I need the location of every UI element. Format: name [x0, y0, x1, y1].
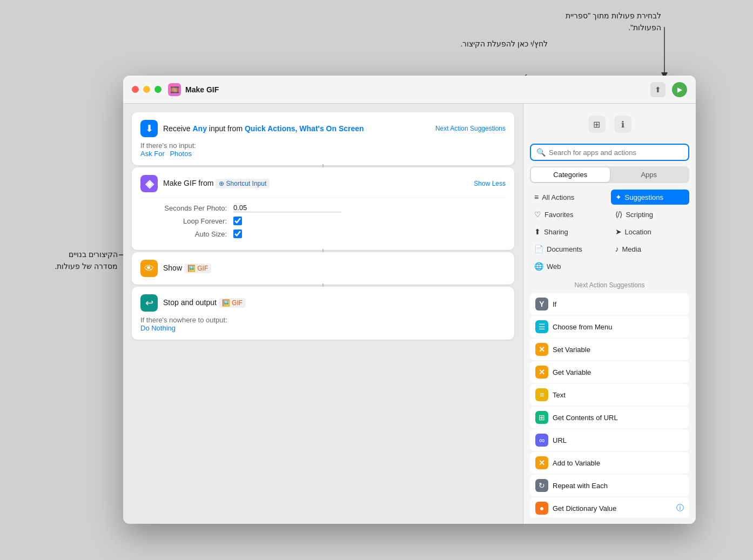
receive-source[interactable]: Quick Actions, What's On Screen — [245, 124, 364, 133]
url-label: URL — [553, 436, 567, 444]
ask-for-link[interactable]: Ask For — [140, 150, 165, 158]
favorites-label: Favorites — [544, 211, 573, 219]
if-label: If — [553, 300, 556, 308]
show-action-card: 👁 Show 🖼️ GIF — [132, 252, 514, 285]
annotation-top-right: לבחירת פעולות מתוך "ספריית הפעולות". — [537, 10, 661, 34]
tab-categories[interactable]: Categories — [531, 167, 610, 182]
search-bar: 🔍 — [530, 144, 689, 161]
add-variable-label: Add to Variable — [553, 459, 600, 467]
location-label: Location — [625, 228, 651, 236]
action-item-choose-menu[interactable]: ☰ Choose from Menu — [530, 316, 689, 338]
choose-menu-label: Choose from Menu — [553, 323, 613, 331]
gif-badge-stop[interactable]: 🖼️ GIF — [219, 298, 246, 308]
web-label: Web — [547, 262, 561, 271]
stop-icon: ↩ — [140, 294, 158, 312]
suggestions-label-cat: Suggestions — [625, 193, 664, 201]
titlebar-actions: ⬆ ▶ — [650, 82, 687, 97]
action-item-add-variable[interactable]: ✕ Add to Variable — [530, 452, 689, 474]
show-more-button[interactable]: Next Action Suggestions — [435, 125, 506, 132]
action-item-set-variable[interactable]: ✕ Set Variable — [530, 339, 689, 360]
traffic-lights — [132, 86, 162, 93]
nowhere-section: If there's nowhere to output: Do Nothing — [140, 316, 506, 332]
category-documents[interactable]: 📄 Documents — [530, 241, 609, 257]
main-window: 🎞️ Make GIF ⬆ ▶ ⬇ Receive Any input from… — [123, 76, 696, 524]
dict-icon: ● — [535, 502, 548, 515]
tab-apps[interactable]: Apps — [610, 167, 689, 182]
get-url-icon: ⊞ — [535, 411, 548, 424]
seconds-label: Seconds Per Photo: — [140, 204, 227, 212]
sharing-label: Sharing — [544, 228, 568, 236]
category-location[interactable]: ➤ Location — [611, 224, 690, 239]
get-variable-icon: ✕ — [535, 366, 548, 379]
loop-label: Loop Forever: — [140, 217, 227, 225]
window-title: Make GIF — [185, 85, 650, 94]
show-less-button[interactable]: Show Less — [474, 180, 506, 187]
autosize-checkbox[interactable] — [233, 230, 242, 238]
category-web[interactable]: 🌐 Web — [530, 259, 609, 274]
do-nothing-link[interactable]: Do Nothing — [140, 324, 176, 332]
media-label: Media — [622, 245, 641, 253]
category-all-actions[interactable]: ≡ All Actions — [530, 190, 609, 205]
category-scripting[interactable]: ⟨/⟩ Scripting — [611, 207, 690, 222]
action-item-text[interactable]: ≡ Text — [530, 384, 689, 406]
shortcut-input-badge[interactable]: ⊕ Shortcut Input — [216, 179, 270, 188]
stop-title: Stop and output 🖼️ GIF — [163, 298, 506, 308]
search-input[interactable] — [549, 149, 683, 157]
receive-any[interactable]: Any — [192, 124, 206, 133]
sidebar: ⊞ ℹ 🔍 Categories Apps ≡ All Actions — [523, 104, 696, 524]
annotation-left: הקיצורים בנוייםמסדרה של פעולות. — [10, 248, 118, 273]
category-media[interactable]: ♪ Media — [611, 241, 690, 257]
favorites-icon: ♡ — [534, 210, 541, 219]
nowhere-label: If there's nowhere to output: — [140, 316, 227, 324]
share-button[interactable]: ⬆ — [650, 82, 665, 97]
sidebar-top-icons: ⊞ ℹ — [530, 110, 689, 138]
all-actions-label: All Actions — [542, 193, 574, 201]
seconds-input[interactable] — [233, 204, 341, 212]
action-item-get-variable[interactable]: ✕ Get Variable — [530, 361, 689, 383]
documents-icon: 📄 — [534, 245, 543, 253]
action-item-if[interactable]: Y If — [530, 293, 689, 315]
receive-action-card: ⬇ Receive Any input from Quick Actions, … — [132, 112, 514, 165]
fullscreen-button[interactable] — [154, 86, 162, 93]
photos-link[interactable]: Photos — [170, 150, 191, 158]
scripting-icon: ⟨/⟩ — [615, 210, 623, 219]
suggestions-icon: ✦ — [615, 193, 622, 201]
category-suggestions[interactable]: ✦ Suggestions — [611, 190, 690, 205]
set-variable-label: Set Variable — [553, 346, 590, 354]
autosize-label: Auto Size: — [140, 230, 227, 238]
minimize-button[interactable] — [143, 86, 150, 93]
gif-badge-show[interactable]: 🖼️ GIF — [184, 264, 211, 273]
dict-label: Get Dictionary Value — [553, 504, 616, 512]
make-gif-title: Make GIF from ⊕ Shortcut Input — [163, 179, 468, 188]
action-item-dict-value[interactable]: ● Get Dictionary Value ⓘ — [530, 497, 689, 517]
url-icon: ∞ — [535, 434, 548, 447]
titlebar: 🎞️ Make GIF ⬆ ▶ — [123, 76, 696, 104]
search-icon: 🔍 — [536, 148, 546, 157]
location-icon: ➤ — [615, 227, 622, 236]
action-item-url[interactable]: ∞ URL — [530, 429, 689, 451]
sharing-icon: ⬆ — [534, 227, 541, 236]
info-button[interactable]: ℹ — [614, 116, 631, 133]
action-item-get-url[interactable]: ⊞ Get Contents of URL — [530, 407, 689, 428]
annotation-top-middle: לחץ/י כאן להפעלת הקיצור. — [396, 38, 548, 50]
category-sharing[interactable]: ⬆ Sharing — [530, 224, 609, 239]
make-gif-icon: ◈ — [140, 175, 158, 192]
category-favorites[interactable]: ♡ Favorites — [530, 207, 609, 222]
if-icon: Y — [535, 298, 548, 311]
app-icon: 🎞️ — [168, 83, 181, 96]
close-button[interactable] — [132, 86, 139, 93]
workflow-area: ⬇ Receive Any input from Quick Actions, … — [123, 104, 523, 524]
suggestions-section-label: Next Action Suggestions — [530, 281, 689, 289]
scripting-label: Scripting — [626, 211, 653, 219]
stop-output-action-card: ↩ Stop and output 🖼️ GIF If there's nowh… — [132, 287, 514, 340]
add-action-button[interactable]: ⊞ — [588, 116, 606, 133]
run-button[interactable]: ▶ — [672, 82, 687, 97]
show-icon: 👁 — [140, 260, 158, 277]
media-icon: ♪ — [615, 245, 619, 253]
action-item-repeat[interactable]: ↻ Repeat with Each — [530, 475, 689, 496]
repeat-icon: ↻ — [535, 479, 548, 492]
dict-info-icon[interactable]: ⓘ — [676, 503, 684, 513]
choose-menu-icon: ☰ — [535, 320, 548, 333]
documents-label: Documents — [547, 245, 582, 253]
loop-checkbox[interactable] — [233, 217, 242, 225]
